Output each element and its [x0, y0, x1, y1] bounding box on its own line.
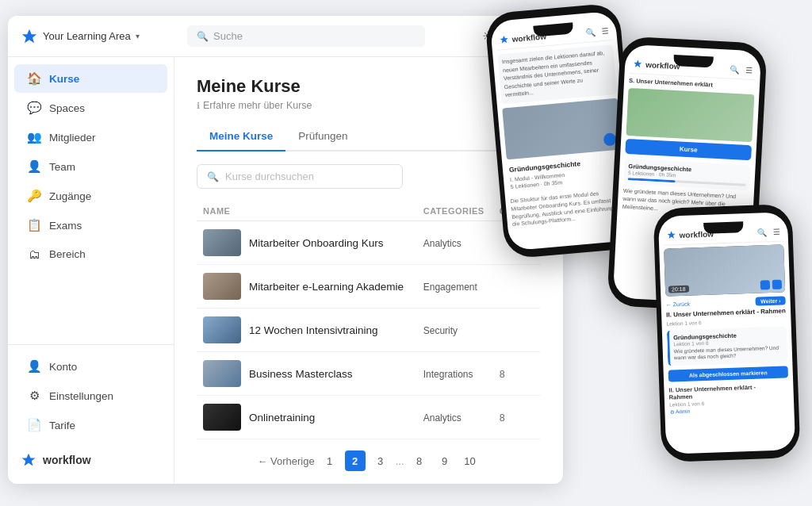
tab-meine-kurse[interactable]: Meine Kurse: [197, 124, 285, 151]
app-window: Your Learning Area ▾ 🔍 Suche ☀ 👁 🏠: [8, 16, 563, 484]
user-avatar[interactable]: [528, 25, 550, 48]
sidebar-item-exams-label: Exams: [49, 220, 82, 232]
page-1[interactable]: 1: [320, 450, 340, 471]
table-row[interactable]: 12 Wochen Intensivtraining Security: [197, 309, 541, 352]
course-name-cell: Mitarbeiter Onboarding Kurs: [203, 229, 411, 256]
phone-3-timer: 20:18: [668, 286, 689, 293]
page-3[interactable]: 3: [370, 450, 391, 471]
course-thumbnail: [203, 316, 241, 343]
sidebar: 🏠 Kurse 💬 Spaces 👥 Mitglieder 👤 Team 🔑: [8, 57, 174, 484]
phone-3-notch: [703, 221, 743, 234]
course-name-cell: Business Masterclass: [203, 360, 411, 387]
table-row[interactable]: Onlinetraining Analytics 8: [197, 396, 541, 439]
courses-table: NAME CATEGORIES CHAP... Mitarbeiter Onbo…: [197, 201, 541, 439]
search-bar[interactable]: 🔍 Suche: [187, 25, 425, 47]
phone-1-search-icon: 🔍: [585, 27, 596, 36]
course-name: 12 Wochen Intensivtraining: [249, 324, 378, 336]
phone-3-logo-text: workflow: [679, 229, 714, 240]
page-8[interactable]: 8: [409, 450, 430, 471]
sidebar-item-mitglieder-label: Mitglieder: [49, 132, 96, 144]
phone-3-controls: [760, 280, 782, 290]
course-thumbnail: [203, 229, 241, 256]
page-subtitle-text: Erfahre mehr über Kurse: [203, 100, 312, 111]
folder-icon: 🗂: [27, 247, 41, 261]
home-icon: 🏠: [27, 71, 41, 86]
course-chapters: 8: [500, 412, 505, 424]
course-category: Analytics: [423, 412, 462, 424]
sidebar-item-team[interactable]: 👤 Team: [14, 152, 167, 181]
phone-2-progress-bar: [628, 178, 746, 186]
tab-prufungen[interactable]: Prüfungen: [285, 124, 360, 151]
phone-2-logo: workflow: [633, 59, 680, 71]
course-thumbnail: [203, 404, 241, 431]
phone-3-found-subtitle: Lektion 1 von 8: [673, 338, 783, 347]
course-thumbnail: [203, 360, 241, 387]
col-name: NAME: [197, 201, 417, 221]
course-category: Integrations: [423, 369, 473, 380]
page-2-active[interactable]: 2: [345, 450, 366, 471]
sidebar-item-kurse[interactable]: 🏠 Kurse: [14, 64, 167, 93]
course-name-cell: Mitarbeiter e-Learning Akademie: [203, 273, 411, 300]
main-layout: 🏠 Kurse 💬 Spaces 👥 Mitglieder 👤 Team 🔑: [8, 57, 563, 484]
sidebar-item-spaces-label: Spaces: [49, 102, 85, 114]
course-search-icon: 🔍: [207, 171, 219, 182]
col-categories: CATEGORIES: [417, 201, 493, 221]
phone-3-ctrl-1: [760, 280, 770, 289]
sidebar-item-bereich[interactable]: 🗂 Bereich: [14, 240, 167, 268]
phone-3-admin-link: ⚙ Admin: [669, 404, 789, 415]
sidebar-item-bereich-label: Bereich: [49, 248, 86, 260]
brand-dropdown-icon[interactable]: ▾: [136, 32, 140, 40]
course-chapters: 8: [500, 369, 505, 380]
page-10[interactable]: 10: [460, 450, 481, 471]
sidebar-item-mitglieder[interactable]: 👥 Mitglieder: [14, 123, 167, 151]
sidebar-item-zugange[interactable]: 🔑 Zugänge: [14, 182, 167, 210]
svg-point-0: [534, 29, 544, 38]
sidebar-item-exams[interactable]: 📋 Exams: [14, 211, 167, 240]
search-placeholder: Suche: [213, 30, 243, 42]
phone-2-progress-fill: [628, 178, 676, 182]
phone-3-header-icons: 🔍 ☰: [756, 227, 779, 236]
sidebar-item-team-label: Team: [49, 161, 75, 173]
brand-label: Your Learning Area: [43, 30, 131, 42]
table-row[interactable]: Mitarbeiter Onboarding Kurs Analytics: [197, 221, 541, 265]
key-icon: 🔑: [27, 189, 41, 203]
phone-3-complete-btn: Als abgeschlossen markieren: [668, 366, 788, 381]
sidebar-item-konto-label: Konto: [49, 361, 77, 373]
pagination-prev[interactable]: ← Vorherige: [257, 455, 314, 467]
phone-3-search-icon: 🔍: [756, 228, 766, 236]
phone-3-found-desc: Wie gründete man dieses Unternehmen? Und…: [674, 345, 784, 362]
course-name: Mitarbeiter e-Learning Akademie: [249, 281, 404, 293]
search-icon: 🔍: [197, 31, 209, 42]
table-row[interactable]: Business Masterclass Integrations 8: [197, 352, 541, 396]
phone-3-next-btn: Weiter ›: [756, 296, 786, 305]
page-9[interactable]: 9: [435, 450, 455, 471]
course-name-cell: Onlinetraining: [203, 404, 411, 431]
info-icon: ℹ: [197, 101, 200, 111]
sidebar-nav: 🏠 Kurse 💬 Spaces 👥 Mitglieder 👤 Team 🔑: [8, 63, 174, 344]
sidebar-item-spaces[interactable]: 💬 Spaces: [14, 94, 167, 122]
course-category: Security: [423, 325, 458, 336]
eye-icon[interactable]: 👁: [504, 29, 517, 44]
sun-icon[interactable]: ☀: [482, 29, 493, 44]
table-row[interactable]: Mitarbeiter e-Learning Akademie Engageme…: [197, 265, 541, 309]
phone-3-menu-icon: ☰: [772, 227, 779, 236]
brand-area[interactable]: Your Learning Area ▾: [21, 28, 187, 45]
page-dots: ...: [396, 455, 404, 467]
sidebar-item-einstellungen[interactable]: ⚙ Einstellungen: [14, 381, 167, 410]
sidebar-item-zugange-label: Zugänge: [49, 190, 91, 202]
course-search-bar[interactable]: 🔍 Kurse durchsuchen: [197, 164, 403, 189]
sidebar-item-tarife[interactable]: 📄 Tarife: [14, 411, 167, 439]
phone-2-card-desc: 5 Lektionen · 0h 35m: [628, 170, 746, 182]
phone-2-card-1: Gründungsgeschichte 5 Lektionen · 0h 35m: [623, 159, 750, 190]
phone-2-screen: workflow 🔍 ☰ S. Unser Unternehmen erklär…: [613, 44, 762, 305]
page-subtitle: ℹ Erfahre mehr über Kurse: [197, 100, 541, 111]
phone-3: workflow 🔍 ☰ 20:18: [653, 204, 800, 462]
sidebar-item-konto[interactable]: 👤 Konto: [14, 352, 167, 381]
phone-2-card-title: Gründungsgeschichte: [628, 163, 746, 176]
phone-2-search-icon: 🔍: [730, 64, 740, 74]
workflow-brand: workflow: [8, 443, 174, 477]
phone-2-logo-text: workflow: [645, 60, 680, 71]
workflow-logo-icon: [21, 28, 38, 45]
chat-icon: 💬: [27, 101, 41, 115]
course-name: Mitarbeiter Onboarding Kurs: [249, 237, 384, 249]
